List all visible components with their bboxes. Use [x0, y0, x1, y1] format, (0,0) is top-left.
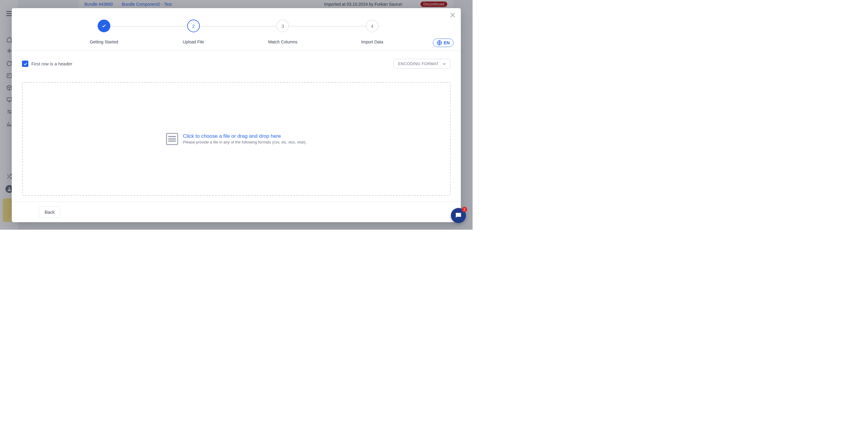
step-import-data: 4 Import Data: [357, 20, 387, 44]
dropzone-subtitle: Please provide a file in any of the foll…: [183, 140, 307, 144]
back-button[interactable]: Back: [39, 206, 60, 218]
stepper: Getting Started 2 Upload File 3 Match Co…: [89, 20, 387, 44]
step-label: Upload File: [183, 39, 204, 44]
language-code: EN: [444, 40, 450, 45]
step-label: Match Columns: [268, 39, 298, 44]
stepper-area: Getting Started 2 Upload File 3 Match Co…: [12, 8, 461, 51]
dropzone-title: Click to choose a file or drag and drop …: [183, 133, 307, 139]
checkbox-label: First row is a header: [31, 61, 72, 66]
language-selector[interactable]: EN: [433, 38, 454, 47]
dropzone-content: Click to choose a file or drag and drop …: [166, 133, 307, 145]
checkbox-icon: [22, 61, 28, 67]
step-label: Getting Started: [90, 39, 118, 44]
step-circle-active: 2: [187, 20, 200, 32]
header-row-checkbox[interactable]: First row is a header: [22, 61, 72, 67]
import-modal: Getting Started 2 Upload File 3 Match Co…: [12, 8, 461, 222]
step-upload-file: 2 Upload File: [179, 20, 209, 44]
step-circle: 4: [366, 20, 378, 32]
chat-fab[interactable]: 2: [451, 208, 466, 223]
modal-footer: Back: [12, 202, 461, 222]
file-dropzone[interactable]: Click to choose a file or drag and drop …: [22, 82, 451, 195]
modal-body: First row is a header ENCODING FORMAT Cl…: [12, 51, 461, 202]
step-label: Import Data: [361, 39, 383, 44]
encoding-label: ENCODING FORMAT: [398, 61, 439, 66]
chevron-down-icon: [442, 62, 446, 66]
step-match-columns: 3 Match Columns: [268, 20, 298, 44]
chat-badge: 2: [462, 207, 467, 212]
stepper-line: [96, 26, 381, 27]
step-getting-started: Getting Started: [89, 20, 119, 44]
encoding-format-select[interactable]: ENCODING FORMAT: [394, 59, 451, 69]
step-circle: 3: [276, 20, 289, 32]
chat-icon: [455, 212, 462, 219]
spreadsheet-icon: [166, 133, 178, 145]
body-top-row: First row is a header ENCODING FORMAT: [22, 59, 451, 69]
step-circle-done: [98, 20, 110, 32]
